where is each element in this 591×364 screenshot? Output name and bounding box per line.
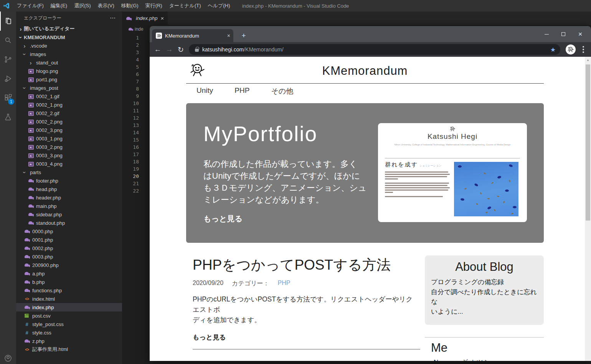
tree-item[interactable]: stand_out: [16, 58, 122, 67]
tree-item[interactable]: z.php: [16, 337, 122, 345]
tree-item[interactable]: 0003_3.png: [16, 151, 122, 160]
menu-item[interactable]: ヘルプ(H): [205, 0, 234, 12]
tree-item[interactable]: 0003_4.png: [16, 160, 122, 168]
vscode-titlebar: ファイル(F)編集(E)選択(S)表示(V)移動(G)実行(R)ターミナル(T)…: [0, 0, 591, 12]
new-tab-button[interactable]: +: [239, 31, 249, 41]
tree-item[interactable]: 0002_1.gif: [16, 92, 122, 100]
run-debug-icon[interactable]: [0, 69, 16, 88]
site-logo-icon[interactable]: [189, 61, 206, 80]
more-actions-icon[interactable]: ···: [110, 15, 116, 21]
breadcrumb-label: inde: [135, 26, 144, 32]
account-icon[interactable]: [0, 349, 16, 364]
file-icon: [28, 144, 34, 150]
tree-item[interactable]: 0002.php: [16, 244, 122, 252]
portfolio-subtitle: Nihon University, College of Industrial …: [378, 143, 527, 146]
menu-item[interactable]: 編集(E): [47, 0, 71, 12]
tree-item[interactable]: b.php: [16, 278, 122, 286]
tree-item[interactable]: index.php: [16, 303, 122, 311]
menu-item[interactable]: ファイル(F): [13, 0, 47, 12]
tree-item[interactable]: index.html: [16, 295, 122, 303]
tree-item[interactable]: 0000.php: [16, 227, 122, 236]
address-bar[interactable]: katsushihegi.com /KMemorandum/ ★: [189, 44, 560, 55]
scroll-up-icon[interactable]: ▲: [585, 57, 591, 63]
maximize-button[interactable]: [555, 28, 572, 40]
line-number: 16: [122, 143, 139, 151]
tree-item[interactable]: 0002_3.png: [16, 126, 122, 134]
testing-beaker-icon[interactable]: [0, 107, 16, 127]
close-button[interactable]: ×: [572, 28, 589, 40]
tree-item[interactable]: post.csv: [16, 311, 122, 320]
work-title: 群れを成す: [385, 161, 418, 168]
tree-item[interactable]: style.css: [16, 328, 122, 337]
nav-link[interactable]: Unity: [196, 86, 213, 96]
hero-description: 私の作成した作品が載っています。多くはUnityで作成したゲームですが、ほかにも…: [203, 158, 366, 206]
tree-item[interactable]: 0002_1.png: [16, 100, 122, 109]
tree-item[interactable]: functions.php: [16, 286, 122, 295]
forward-icon[interactable]: →: [163, 44, 175, 55]
browser-menu-icon[interactable]: [583, 49, 584, 50]
browser-tab[interactable]: KMemorandum ×: [152, 29, 233, 42]
close-icon[interactable]: ×: [227, 33, 230, 39]
tree-item[interactable]: header.php: [16, 193, 122, 202]
file-label: style.css: [32, 330, 51, 336]
article-title[interactable]: PHPをつかってPOSTする方法: [193, 255, 420, 275]
portfolio-preview-card[interactable]: Katsushi Hegi Nihon University, College …: [378, 123, 527, 222]
editor-tab-label: index.php: [136, 15, 157, 21]
sidebar-divider: [425, 337, 544, 338]
tree-item[interactable]: hlogo.png: [16, 67, 122, 75]
card-text-block: [385, 196, 451, 197]
tree-item[interactable]: .vscode: [16, 41, 122, 50]
file-label: 0003.php: [32, 254, 53, 260]
back-icon[interactable]: ←: [152, 44, 163, 55]
line-number: 11: [122, 107, 139, 114]
tree-item[interactable]: 0002_2.png: [16, 117, 122, 126]
file-label: images_post: [30, 85, 58, 91]
minimize-button[interactable]: [538, 28, 555, 40]
tree-item[interactable]: 0003_2.png: [16, 143, 122, 151]
tree-item[interactable]: standout.php: [16, 219, 122, 227]
tree-item[interactable]: a.php: [16, 269, 122, 278]
editor-tab-index-php[interactable]: index.php ×: [122, 12, 168, 25]
tree-item[interactable]: images_post: [16, 84, 122, 92]
tree-item[interactable]: main.php: [16, 202, 122, 210]
tree-item[interactable]: 0001.php: [16, 236, 122, 244]
extensions-icon[interactable]: 1: [0, 88, 16, 107]
scrollbar-thumb[interactable]: [586, 64, 590, 221]
hero-description-line: も３Ｄモデリング、アニメーション、シュ: [203, 182, 366, 194]
article-title[interactable]: 別オブジェクトのアニメーショ: [193, 359, 420, 361]
tree-item[interactable]: port1.png: [16, 75, 122, 84]
menu-item[interactable]: 実行(R): [142, 0, 166, 12]
root-folder-section[interactable]: › KMEMORANDUM: [16, 33, 122, 41]
tree-item[interactable]: 0003.php: [16, 252, 122, 261]
bookmark-star-icon[interactable]: ★: [550, 46, 556, 53]
menu-item[interactable]: 選択(S): [71, 0, 94, 12]
nav-link[interactable]: PHP: [234, 86, 249, 96]
article-more-link[interactable]: もっと見る: [193, 333, 420, 342]
hero-more-link[interactable]: もっと見る: [203, 214, 243, 224]
source-control-icon[interactable]: [0, 50, 16, 69]
explorer-files-icon[interactable]: [0, 12, 16, 31]
tree-item[interactable]: sidebar.php: [16, 210, 122, 219]
reload-icon[interactable]: ↻: [175, 44, 187, 55]
menu-item[interactable]: ターミナル(T): [166, 0, 205, 12]
tree-item[interactable]: head.php: [16, 185, 122, 193]
menu-item[interactable]: 移動(G): [118, 0, 142, 12]
menu-item[interactable]: 表示(V): [94, 0, 118, 12]
profile-avatar[interactable]: [566, 44, 576, 54]
tree-item[interactable]: style_post.css: [16, 320, 122, 328]
file-label: 0003_4.png: [36, 161, 63, 167]
tree-item[interactable]: 200900.php: [16, 261, 122, 269]
category-link[interactable]: PHP: [278, 280, 291, 288]
nav-link[interactable]: その他: [271, 86, 293, 96]
tree-item[interactable]: 記事作業用.html: [16, 345, 122, 354]
search-icon[interactable]: [0, 31, 16, 50]
tree-item[interactable]: 0002_2.gif: [16, 109, 122, 117]
tree-item[interactable]: footer.php: [16, 176, 122, 185]
close-icon[interactable]: ×: [160, 15, 164, 21]
page-scrollbar[interactable]: ▲: [585, 57, 591, 361]
tree-item[interactable]: images: [16, 50, 122, 58]
tree-item[interactable]: parts: [16, 168, 122, 176]
open-editors-section[interactable]: › 開いているエディター: [16, 25, 122, 33]
file-label: port1.png: [36, 77, 57, 82]
tree-item[interactable]: 0003_1.png: [16, 134, 122, 143]
